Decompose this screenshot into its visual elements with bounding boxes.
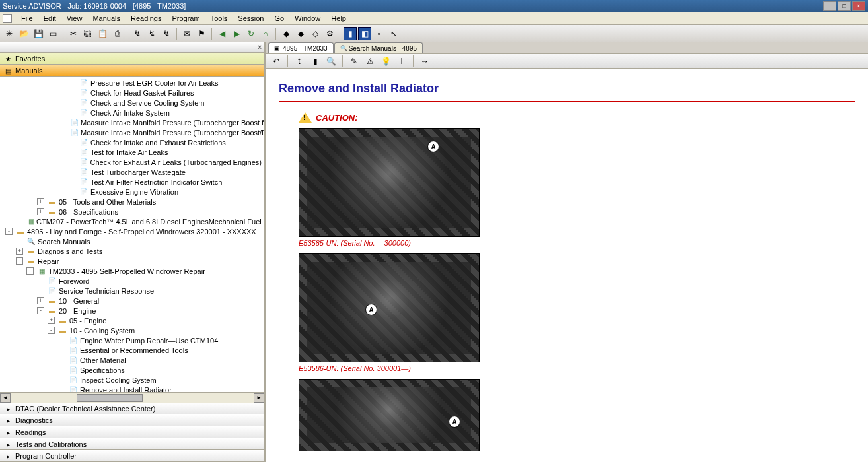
flag-icon[interactable]: ⚑ <box>195 27 208 40</box>
tab-search-manuals-4895[interactable]: 🔍Search Manuals - 4895 <box>334 42 423 53</box>
connect3-icon[interactable]: ↯ <box>160 27 173 40</box>
menu-tools[interactable]: Tools <box>205 13 233 24</box>
refresh-icon[interactable]: ↶ <box>270 55 283 68</box>
accordion-tests-and-calibrations[interactable]: ▸Tests and Calibrations <box>0 438 264 450</box>
print-icon[interactable]: ⎙ <box>110 27 124 40</box>
tree-item[interactable]: 📄Test for Intake Air Leaks <box>0 147 264 157</box>
accordion-manuals[interactable]: ▤ Manuals <box>0 65 264 77</box>
warn-icon[interactable]: ⚠ <box>363 55 377 68</box>
copy-icon[interactable]: ⿻ <box>81 27 94 40</box>
accordion-readings[interactable]: ▸Readings <box>0 426 264 438</box>
pane1-icon[interactable]: ▮ <box>344 27 357 40</box>
tree-item[interactable]: ▦CTM207 - PowerTech™ 4.5L and 6.8LDiesel… <box>0 216 264 226</box>
tree-item[interactable]: 📄Check for Head Gasket Failures <box>0 88 264 98</box>
menu-help[interactable]: Help <box>326 13 351 24</box>
collapse-icon[interactable]: - <box>37 307 44 314</box>
stop-icon[interactable]: ↻ <box>244 27 258 40</box>
tree-item[interactable]: 🔍Search Manuals <box>0 236 264 246</box>
close-button[interactable]: × <box>852 1 865 11</box>
scroll-thumb[interactable] <box>77 394 143 402</box>
forward-icon[interactable]: ▶ <box>230 27 243 40</box>
tree-item[interactable]: 📄Essential or Recommended Tools <box>0 345 264 355</box>
accordion-diagnostics[interactable]: ▸Diagnostics <box>0 414 264 426</box>
minimize-button[interactable]: _ <box>823 1 836 11</box>
new-icon[interactable]: ✳ <box>3 27 16 40</box>
gear-icon[interactable]: ⚙ <box>323 27 336 40</box>
expand-icon[interactable]: + <box>37 297 44 304</box>
save-icon[interactable]: 💾 <box>32 27 45 40</box>
tree-item[interactable]: -▬Repair <box>0 256 264 266</box>
highlight-icon[interactable]: ✎ <box>347 55 361 68</box>
tree-item[interactable]: 📄Check Air Intake System <box>0 108 264 117</box>
connect1-icon[interactable]: ↯ <box>131 27 144 40</box>
tree-view[interactable]: 📄Pressure Test EGR Cooler for Air Leaks📄… <box>0 77 264 392</box>
collapse-icon[interactable]: - <box>5 228 13 235</box>
accordion-dtac-dealer-technical-assistance-center-[interactable]: ▸DTAC (Dealer Technical Assistance Cente… <box>0 403 264 414</box>
expand-icon[interactable]: + <box>37 208 44 215</box>
tree-item[interactable]: 📄Specifications <box>0 365 264 375</box>
tree-item[interactable]: +▬10 - General <box>0 296 264 306</box>
tree-item[interactable]: +▬05 - Tools and Other Materials <box>0 197 264 207</box>
tree-item[interactable]: 📄Engine Water Pump Repair—Use CTM104 <box>0 335 264 345</box>
folder-icon[interactable]: ▭ <box>46 27 59 40</box>
diamond2-icon[interactable]: ◆ <box>294 27 307 40</box>
accordion-favorites[interactable]: ★ Favorites <box>0 53 264 65</box>
open-icon[interactable]: 📂 <box>17 27 30 40</box>
menu-window[interactable]: Window <box>289 13 326 24</box>
accordion-program-controller[interactable]: ▸Program Controller <box>0 450 264 462</box>
mail-icon[interactable]: ✉ <box>180 27 194 40</box>
tree-item[interactable]: -▬10 - Cooling System <box>0 325 264 335</box>
tree-item[interactable]: -▬20 - Engine <box>0 306 264 315</box>
tree-item[interactable]: +▬05 - Engine <box>0 315 264 325</box>
tree-item[interactable]: 📄Other Material <box>0 355 264 365</box>
expand-icon[interactable]: + <box>37 198 44 205</box>
collapse-icon[interactable]: - <box>48 327 55 334</box>
cut-icon[interactable]: ✂ <box>67 27 80 40</box>
menu-file[interactable]: File <box>16 13 38 24</box>
tree-item[interactable]: 📄Service Technician Response <box>0 286 264 296</box>
panel-close-icon[interactable]: × <box>258 44 262 51</box>
expand-icon[interactable]: + <box>16 248 23 255</box>
nav-bookmark-icon[interactable]: ▮ <box>308 55 322 68</box>
tree-item[interactable]: 📄Check and Service Cooling System <box>0 98 264 108</box>
tree-item[interactable]: 📄Excessive Engine Vibration <box>0 187 264 197</box>
collapse-icon[interactable]: - <box>26 267 34 275</box>
menu-go[interactable]: Go <box>269 13 289 24</box>
tree-item[interactable]: +▬06 - Specifications <box>0 207 264 216</box>
tree-item[interactable]: +▬Diagnosis and Tests <box>0 246 264 256</box>
collapse-icon[interactable]: - <box>16 257 23 265</box>
diamond3-icon[interactable]: ◇ <box>308 27 322 40</box>
tree-item[interactable]: 📄Check for Exhaust Air Leaks (Turbocharg… <box>0 157 264 167</box>
tree-item[interactable]: 📄Check for Intake and Exhaust Restrictio… <box>0 137 264 147</box>
pane2-icon[interactable]: ◧ <box>358 27 371 40</box>
tree-item[interactable]: 📄Measure Intake Manifold Pressure (Turbo… <box>0 117 264 127</box>
tree-item[interactable]: 📄Inspect Cooling System <box>0 375 264 385</box>
scroll-left-icon[interactable]: ◄ <box>0 393 11 403</box>
bulb-icon[interactable]: 💡 <box>379 55 392 68</box>
maximize-button[interactable]: □ <box>838 1 851 11</box>
cursor-icon[interactable]: ↖ <box>387 27 400 40</box>
tree-item[interactable]: 📄Remove and Install Radiator <box>0 385 264 392</box>
tree-item[interactable]: 📄Foreword <box>0 276 264 286</box>
tab-4895-tm2033[interactable]: ▣4895 - TM2033 <box>268 42 334 53</box>
tree-item[interactable]: -▬4895 - Hay and Forage - Self-Propelled… <box>0 226 264 236</box>
tree-item[interactable]: 📄Measure Intake Manifold Pressure (Turbo… <box>0 127 264 137</box>
paste-icon[interactable]: 📋 <box>96 27 109 40</box>
info-icon[interactable]: i <box>395 55 408 68</box>
menu-program[interactable]: Program <box>166 13 205 24</box>
nav-up-icon[interactable]: t <box>293 55 306 68</box>
link-icon[interactable]: ↔ <box>418 55 431 68</box>
tree-item[interactable]: 📄Test Air Filter Restriction Indicator S… <box>0 177 264 187</box>
horizontal-scrollbar[interactable]: ◄ ► <box>0 392 264 403</box>
menu-session[interactable]: Session <box>233 13 269 24</box>
tree-item[interactable]: 📄Test Turbocharger Wastegate <box>0 167 264 177</box>
menu-readings[interactable]: Readings <box>126 13 167 24</box>
nav-search-icon[interactable]: 🔍 <box>324 55 338 68</box>
tree-item[interactable]: 📄Pressure Test EGR Cooler for Air Leaks <box>0 78 264 88</box>
home-icon[interactable]: ⌂ <box>259 27 272 40</box>
menu-view[interactable]: View <box>61 13 88 24</box>
tree-item[interactable]: -▦TM2033 - 4895 Self-Propelled Windrower… <box>0 266 264 276</box>
document-content[interactable]: Remove and Install Radiator CAUTION: A E… <box>266 69 868 462</box>
menu-edit[interactable]: Edit <box>38 13 61 24</box>
menu-manuals[interactable]: Manuals <box>87 13 126 24</box>
